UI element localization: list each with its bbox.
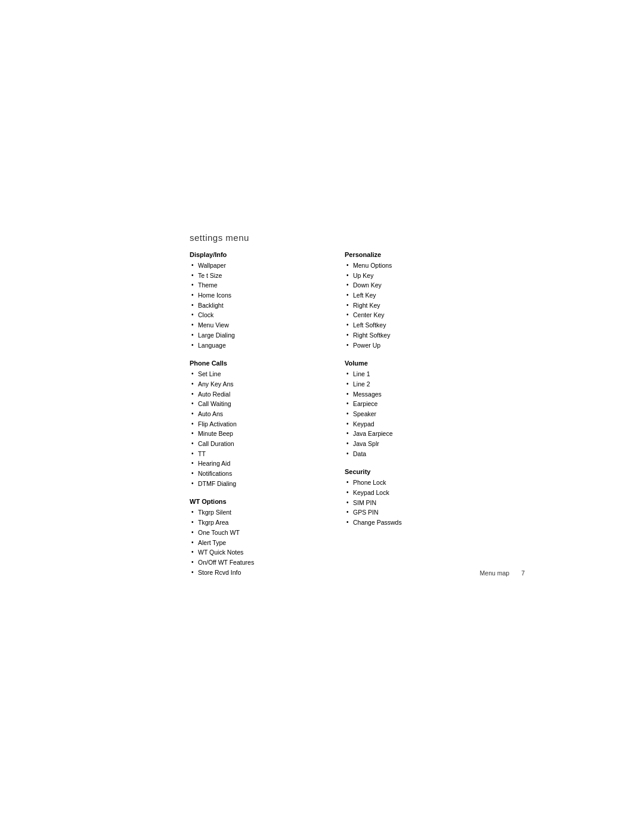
- list-item: Keypad: [345, 419, 464, 429]
- list-item: One Touch WT: [190, 528, 309, 538]
- list-item: Right Softkey: [345, 330, 464, 340]
- list-item: DTMF Dialing: [190, 479, 309, 489]
- list-item: WT Quick Notes: [190, 547, 309, 558]
- list-item: Wallpaper: [190, 261, 309, 271]
- footer-page-number: 7: [521, 569, 525, 577]
- section-title-wt-options: WT Options: [190, 498, 309, 505]
- list-item: Tkgrp Silent: [190, 507, 309, 518]
- display-info-list: Wallpaper Te t Size Theme Home Icons Bac…: [190, 261, 309, 350]
- list-item: Down Key: [345, 280, 464, 290]
- list-item: Center Key: [345, 310, 464, 320]
- list-item: Phone Lock: [345, 478, 464, 488]
- content-area: settings menu Display/Info Wallpaper Te …: [190, 233, 488, 587]
- list-item: Auto Ans: [190, 409, 309, 419]
- section-phone-calls: Phone Calls Set Line Any Key Ans Auto Re…: [190, 360, 309, 488]
- list-item: Keypad Lock: [345, 488, 464, 498]
- columns-wrapper: Display/Info Wallpaper Te t Size Theme H…: [190, 251, 488, 587]
- list-item: Home Icons: [190, 290, 309, 301]
- section-security: Security Phone Lock Keypad Lock SIM PIN …: [345, 468, 464, 527]
- list-item: Java Splr: [345, 439, 464, 449]
- section-title-phone-calls: Phone Calls: [190, 360, 309, 367]
- personalize-list: Menu Options Up Key Down Key Left Key Ri…: [345, 261, 464, 350]
- phone-calls-list: Set Line Any Key Ans Auto Redial Call Wa…: [190, 369, 309, 488]
- list-item: Menu View: [190, 320, 309, 330]
- list-item: Hearing Aid: [190, 459, 309, 469]
- list-item: Clock: [190, 310, 309, 320]
- section-title-personalize: Personalize: [345, 251, 464, 258]
- footer: Menu map 7: [480, 569, 525, 577]
- list-item: Notifications: [190, 469, 309, 479]
- list-item: Right Key: [345, 301, 464, 311]
- footer-label: Menu map: [480, 569, 510, 577]
- list-item: On/Off WT Features: [190, 558, 309, 568]
- section-volume: Volume Line 1 Line 2 Messages Earpiece S…: [345, 360, 464, 459]
- list-item: Menu Options: [345, 261, 464, 271]
- list-item: Call Waiting: [190, 399, 309, 409]
- section-personalize: Personalize Menu Options Up Key Down Key…: [345, 251, 464, 350]
- volume-list: Line 1 Line 2 Messages Earpiece Speaker …: [345, 369, 464, 459]
- list-item: Earpiece: [345, 399, 464, 409]
- list-item: Language: [190, 340, 309, 351]
- list-item: SIM PIN: [345, 498, 464, 508]
- section-wt-options: WT Options Tkgrp Silent Tkgrp Area One T…: [190, 498, 309, 577]
- list-item: Speaker: [345, 409, 464, 419]
- list-item: Power Up: [345, 340, 464, 351]
- list-item: Left Softkey: [345, 320, 464, 330]
- list-item: Alert Type: [190, 538, 309, 548]
- list-item: GPS PIN: [345, 507, 464, 518]
- list-item: Auto Redial: [190, 389, 309, 400]
- list-item: Set Line: [190, 369, 309, 379]
- page: settings menu Display/Info Wallpaper Te …: [0, 0, 644, 833]
- list-item: Flip Activation: [190, 419, 309, 429]
- list-item: Theme: [190, 280, 309, 290]
- list-item: Any Key Ans: [190, 379, 309, 389]
- list-item: Messages: [345, 389, 464, 400]
- left-column: Display/Info Wallpaper Te t Size Theme H…: [190, 251, 309, 587]
- section-title-security: Security: [345, 468, 464, 475]
- list-item: Change Passwds: [345, 518, 464, 528]
- list-item: Large Dialing: [190, 330, 309, 340]
- list-item: Line 1: [345, 369, 464, 379]
- list-item: Backlight: [190, 301, 309, 311]
- list-item: Minute Beep: [190, 429, 309, 439]
- list-item: Data: [345, 449, 464, 459]
- list-item: Line 2: [345, 379, 464, 389]
- list-item: Call Duration: [190, 439, 309, 449]
- list-item: Tkgrp Area: [190, 518, 309, 528]
- footer-text: Menu map 7: [480, 569, 525, 577]
- section-title-display-info: Display/Info: [190, 251, 309, 258]
- list-item: Up Key: [345, 271, 464, 281]
- list-item: Java Earpiece: [345, 429, 464, 439]
- wt-options-list: Tkgrp Silent Tkgrp Area One Touch WT Ale…: [190, 507, 309, 577]
- list-item: Te t Size: [190, 271, 309, 281]
- list-item: TT: [190, 449, 309, 459]
- section-display-info: Display/Info Wallpaper Te t Size Theme H…: [190, 251, 309, 350]
- section-title-volume: Volume: [345, 360, 464, 367]
- page-title: settings menu: [190, 233, 488, 243]
- list-item: Store Rcvd Info: [190, 568, 309, 578]
- security-list: Phone Lock Keypad Lock SIM PIN GPS PIN C…: [345, 478, 464, 527]
- list-item: Left Key: [345, 290, 464, 301]
- right-column: Personalize Menu Options Up Key Down Key…: [345, 251, 464, 537]
